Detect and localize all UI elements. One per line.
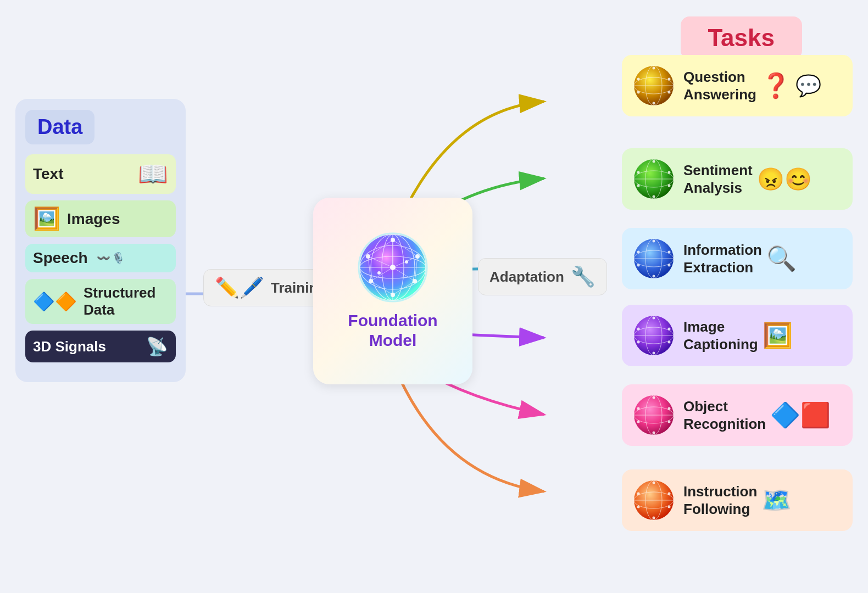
svg-point-71 <box>653 317 655 320</box>
photo-icon: 🖼️ <box>763 321 793 350</box>
svg-point-23 <box>377 271 381 275</box>
wave-icon: 〰️🎙️ <box>97 251 126 265</box>
shapes-icon: 🔷🟥 <box>770 401 831 429</box>
svg-point-45 <box>637 91 640 94</box>
obj-globe <box>632 393 676 437</box>
svg-point-94 <box>653 517 655 519</box>
task-card-obj-recog: ObjectRecognition 🔷🟥 <box>622 384 853 446</box>
svg-point-54 <box>653 195 655 198</box>
svg-point-62 <box>668 251 671 254</box>
qa-globe <box>632 64 676 108</box>
caption-globe <box>632 314 676 357</box>
speech-label: Speech <box>33 249 88 267</box>
data-item-text: Text 📖 <box>25 154 176 194</box>
data-title-box: Data <box>25 110 94 144</box>
svg-point-44 <box>653 102 655 105</box>
task-card-img-caption: ImageCaptioning 🖼️ <box>622 305 853 366</box>
structured-icon: 🔷🔶 <box>33 291 77 312</box>
images-label: Images <box>67 210 120 228</box>
foundation-globe-icon <box>357 232 429 303</box>
svg-point-43 <box>668 91 671 94</box>
structured-label: StructuredData <box>84 284 155 318</box>
svg-point-95 <box>637 506 640 508</box>
signals-label: 3D Signals <box>33 338 106 355</box>
foundation-model-box: Foundation Model <box>313 198 472 384</box>
svg-point-83 <box>668 421 671 423</box>
svg-point-72 <box>668 328 671 331</box>
qa-label: QuestionAnswering <box>683 68 756 104</box>
svg-point-46 <box>637 78 640 81</box>
instr-label: InstructionFollowing <box>683 483 757 518</box>
svg-point-65 <box>637 264 640 267</box>
adaptation-label: Adaptation <box>489 268 564 286</box>
info-text-area: InformationExtraction 🔍 <box>683 241 843 277</box>
task-card-info-extract: InformationExtraction 🔍 <box>622 228 853 289</box>
svg-point-81 <box>653 396 655 399</box>
svg-point-55 <box>637 184 640 187</box>
svg-point-93 <box>668 506 671 508</box>
svg-point-82 <box>668 407 671 410</box>
data-item-signals: 3D Signals 📡 <box>25 331 176 362</box>
svg-point-86 <box>637 407 640 410</box>
wrench-icon: 🔧 <box>571 265 596 288</box>
data-title: Data <box>37 115 82 138</box>
task-card-instr-follow: InstructionFollowing 🗺️ <box>622 469 853 531</box>
svg-point-73 <box>668 341 671 344</box>
book-icon: 📖 <box>138 160 168 188</box>
wifi-device-icon: 📡 <box>146 336 168 357</box>
tasks-title: Tasks <box>708 24 775 51</box>
data-panel: Data Text 📖 🖼️ Images Speech 〰️🎙️ 🔷🔶 Str… <box>15 99 186 382</box>
task-card-sentiment: SentimentAnalysis 😠😊 <box>622 148 853 210</box>
svg-point-85 <box>637 421 640 423</box>
foundation-title: Foundation Model <box>348 311 437 350</box>
task-card-qa: QuestionAnswering ❓ 💬 <box>622 55 853 116</box>
svg-point-61 <box>653 240 655 243</box>
text-label: Text <box>33 165 64 183</box>
svg-point-56 <box>637 171 640 174</box>
svg-point-76 <box>637 328 640 331</box>
obj-text-area: ObjectRecognition 🔷🟥 <box>683 398 843 433</box>
sentiment-text-area: SentimentAnalysis 😠😊 <box>683 161 843 197</box>
svg-point-41 <box>653 67 655 70</box>
magnifier-icon: 🔍 <box>766 244 797 273</box>
tasks-header: Tasks <box>681 16 803 59</box>
svg-point-52 <box>668 171 671 174</box>
info-label: InformationExtraction <box>683 241 762 277</box>
info-globe <box>632 237 676 281</box>
qa-icon: ❓ <box>761 71 791 100</box>
svg-point-91 <box>653 482 655 484</box>
svg-point-96 <box>637 493 640 495</box>
svg-point-53 <box>668 184 671 187</box>
adaptation-box: Adaptation 🔧 <box>478 258 607 295</box>
svg-point-42 <box>668 78 671 81</box>
svg-point-66 <box>637 251 640 254</box>
map-icon: 🗺️ <box>761 486 792 514</box>
obj-label: ObjectRecognition <box>683 398 766 433</box>
sentiment-globe <box>632 157 676 201</box>
data-item-images: 🖼️ Images <box>25 200 176 237</box>
pencils-icon: ✏️🖊️ <box>215 276 264 299</box>
instr-globe <box>632 478 676 522</box>
svg-point-63 <box>668 264 671 267</box>
svg-point-51 <box>653 160 655 163</box>
sentiment-icons: 😠😊 <box>757 166 812 192</box>
qa-text-area: QuestionAnswering ❓ 💬 <box>683 68 843 104</box>
svg-point-64 <box>653 275 655 278</box>
data-item-speech: Speech 〰️🎙️ <box>25 244 176 272</box>
sentiment-label: SentimentAnalysis <box>683 161 753 197</box>
svg-point-84 <box>653 432 655 434</box>
data-item-structured: 🔷🔶 StructuredData <box>25 279 176 324</box>
svg-point-75 <box>637 341 640 344</box>
caption-text-area: ImageCaptioning 🖼️ <box>683 318 843 354</box>
svg-point-74 <box>653 352 655 355</box>
caption-label: ImageCaptioning <box>683 318 758 354</box>
svg-point-92 <box>668 493 671 495</box>
instr-text-area: InstructionFollowing 🗺️ <box>683 483 843 518</box>
images-stack-icon: 🖼️ <box>33 206 60 232</box>
chat-icon: 💬 <box>795 74 821 98</box>
